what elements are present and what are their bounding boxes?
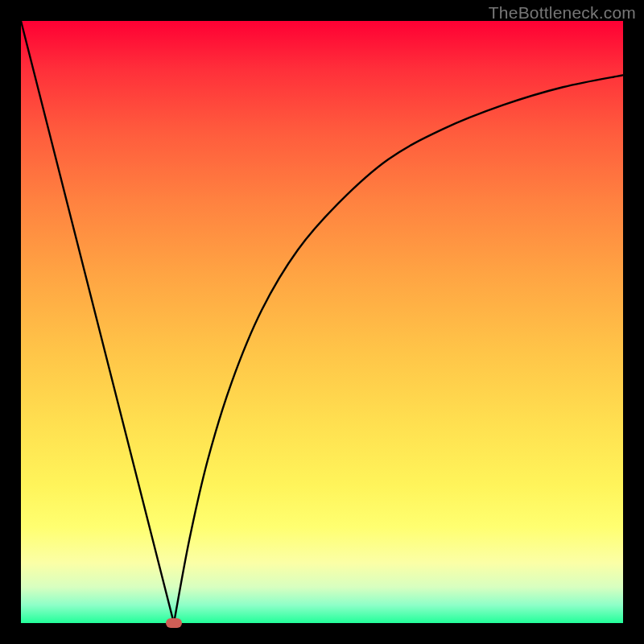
chart-minimum-marker (166, 618, 182, 628)
chart-plot-area (21, 21, 623, 623)
watermark-text: TheBottleneck.com (489, 3, 636, 23)
chart-curve-svg (21, 21, 623, 623)
chart-curve-path (21, 21, 623, 623)
